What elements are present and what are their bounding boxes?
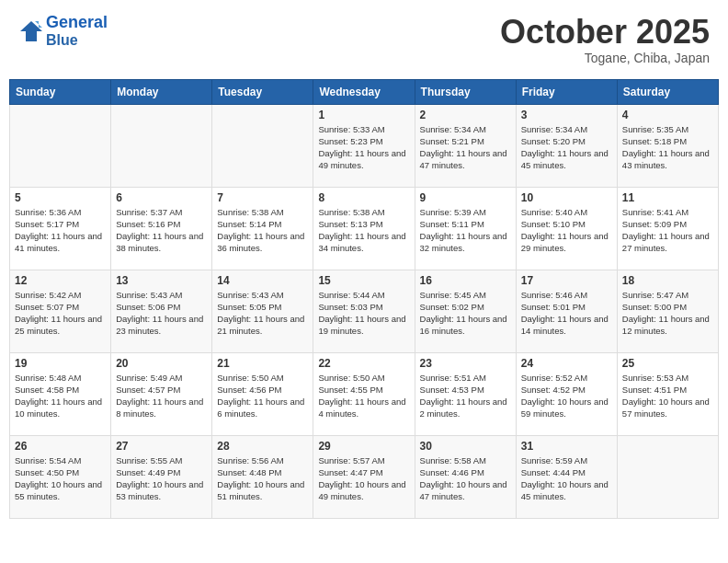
day-number: 26 <box>15 440 106 453</box>
day-number: 2 <box>420 109 511 121</box>
calendar-cell <box>617 435 718 518</box>
month-title: October 2025 <box>500 14 710 51</box>
day-number: 16 <box>420 274 511 287</box>
day-number: 15 <box>318 274 409 287</box>
calendar-cell: 26Sunrise: 5:54 AMSunset: 4:50 PMDayligh… <box>10 435 111 518</box>
page-header: General Blue October 2025 Togane, Chiba,… <box>9 9 719 70</box>
day-info: Sunrise: 5:36 AMSunset: 5:17 PMDaylight:… <box>15 206 106 255</box>
calendar-cell: 11Sunrise: 5:41 AMSunset: 5:09 PMDayligh… <box>617 187 718 270</box>
title-area: October 2025 Togane, Chiba, Japan <box>500 14 710 65</box>
day-info: Sunrise: 5:58 AMSunset: 4:46 PMDaylight:… <box>420 454 511 503</box>
day-info: Sunrise: 5:34 AMSunset: 5:20 PMDaylight:… <box>521 123 612 172</box>
calendar-cell: 30Sunrise: 5:58 AMSunset: 4:46 PMDayligh… <box>415 435 516 518</box>
day-number: 20 <box>116 357 207 370</box>
day-info: Sunrise: 5:59 AMSunset: 4:44 PMDaylight:… <box>521 454 612 503</box>
day-number: 3 <box>521 109 612 121</box>
day-info: Sunrise: 5:57 AMSunset: 4:47 PMDaylight:… <box>318 454 409 503</box>
day-info: Sunrise: 5:54 AMSunset: 4:50 PMDaylight:… <box>15 454 106 503</box>
week-row-1: 1Sunrise: 5:33 AMSunset: 5:23 PMDaylight… <box>10 104 719 187</box>
day-number: 6 <box>116 191 207 204</box>
weekday-header-row: SundayMondayTuesdayWednesdayThursdayFrid… <box>10 79 719 104</box>
day-number: 17 <box>521 274 612 287</box>
weekday-tuesday: Tuesday <box>212 79 313 104</box>
weekday-monday: Monday <box>111 79 212 104</box>
day-number: 28 <box>217 440 308 453</box>
calendar-cell: 12Sunrise: 5:42 AMSunset: 5:07 PMDayligh… <box>10 270 111 352</box>
calendar-cell: 25Sunrise: 5:53 AMSunset: 4:51 PMDayligh… <box>617 352 718 435</box>
logo-blue: Blue <box>46 32 108 49</box>
day-info: Sunrise: 5:34 AMSunset: 5:21 PMDaylight:… <box>420 123 511 172</box>
day-number: 7 <box>217 191 308 204</box>
calendar-cell: 14Sunrise: 5:43 AMSunset: 5:05 PMDayligh… <box>212 270 313 352</box>
calendar-cell: 19Sunrise: 5:48 AMSunset: 4:58 PMDayligh… <box>10 352 111 435</box>
calendar-body: 1Sunrise: 5:33 AMSunset: 5:23 PMDaylight… <box>10 104 719 518</box>
calendar-cell: 23Sunrise: 5:51 AMSunset: 4:53 PMDayligh… <box>415 352 516 435</box>
weekday-sunday: Sunday <box>10 79 111 104</box>
day-info: Sunrise: 5:35 AMSunset: 5:18 PMDaylight:… <box>622 123 713 172</box>
day-info: Sunrise: 5:48 AMSunset: 4:58 PMDaylight:… <box>15 372 106 420</box>
day-number: 29 <box>318 440 409 453</box>
day-number: 9 <box>420 191 511 204</box>
calendar-cell: 8Sunrise: 5:38 AMSunset: 5:13 PMDaylight… <box>313 187 415 270</box>
day-info: Sunrise: 5:38 AMSunset: 5:13 PMDaylight:… <box>318 206 409 255</box>
day-number: 8 <box>318 191 409 204</box>
weekday-wednesday: Wednesday <box>313 79 415 104</box>
day-number: 23 <box>420 357 511 370</box>
calendar-cell: 31Sunrise: 5:59 AMSunset: 4:44 PMDayligh… <box>516 435 617 518</box>
calendar-cell: 18Sunrise: 5:47 AMSunset: 5:00 PMDayligh… <box>617 270 718 352</box>
calendar-cell: 2Sunrise: 5:34 AMSunset: 5:21 PMDaylight… <box>415 104 516 187</box>
weekday-thursday: Thursday <box>415 79 516 104</box>
calendar-cell: 20Sunrise: 5:49 AMSunset: 4:57 PMDayligh… <box>111 352 212 435</box>
calendar-cell: 16Sunrise: 5:45 AMSunset: 5:02 PMDayligh… <box>415 270 516 352</box>
logo-icon <box>18 18 44 44</box>
day-number: 18 <box>622 274 713 287</box>
calendar-cell <box>10 104 111 187</box>
calendar-cell: 6Sunrise: 5:37 AMSunset: 5:16 PMDaylight… <box>111 187 212 270</box>
day-number: 11 <box>622 191 713 204</box>
day-info: Sunrise: 5:49 AMSunset: 4:57 PMDaylight:… <box>116 372 207 420</box>
day-number: 30 <box>420 440 511 453</box>
calendar-cell: 1Sunrise: 5:33 AMSunset: 5:23 PMDaylight… <box>313 104 415 187</box>
logo-text: General Blue <box>46 14 108 48</box>
logo-general: General <box>46 13 108 31</box>
day-info: Sunrise: 5:52 AMSunset: 4:52 PMDaylight:… <box>521 372 612 420</box>
day-number: 22 <box>318 357 409 370</box>
calendar-cell: 27Sunrise: 5:55 AMSunset: 4:49 PMDayligh… <box>111 435 212 518</box>
day-info: Sunrise: 5:37 AMSunset: 5:16 PMDaylight:… <box>116 206 207 255</box>
day-number: 27 <box>116 440 207 453</box>
day-info: Sunrise: 5:45 AMSunset: 5:02 PMDaylight:… <box>420 289 511 338</box>
day-info: Sunrise: 5:56 AMSunset: 4:48 PMDaylight:… <box>217 454 308 503</box>
week-row-3: 12Sunrise: 5:42 AMSunset: 5:07 PMDayligh… <box>10 270 719 352</box>
weekday-saturday: Saturday <box>617 79 718 104</box>
day-info: Sunrise: 5:51 AMSunset: 4:53 PMDaylight:… <box>420 372 511 420</box>
calendar-cell: 9Sunrise: 5:39 AMSunset: 5:11 PMDaylight… <box>415 187 516 270</box>
day-number: 12 <box>15 274 106 287</box>
day-info: Sunrise: 5:50 AMSunset: 4:56 PMDaylight:… <box>217 372 308 420</box>
calendar-cell <box>212 104 313 187</box>
calendar-cell: 29Sunrise: 5:57 AMSunset: 4:47 PMDayligh… <box>313 435 415 518</box>
day-info: Sunrise: 5:41 AMSunset: 5:09 PMDaylight:… <box>622 206 713 255</box>
calendar-cell: 24Sunrise: 5:52 AMSunset: 4:52 PMDayligh… <box>516 352 617 435</box>
day-info: Sunrise: 5:47 AMSunset: 5:00 PMDaylight:… <box>622 289 713 338</box>
day-info: Sunrise: 5:46 AMSunset: 5:01 PMDaylight:… <box>521 289 612 338</box>
logo: General Blue <box>18 14 108 48</box>
day-number: 14 <box>217 274 308 287</box>
calendar-cell: 21Sunrise: 5:50 AMSunset: 4:56 PMDayligh… <box>212 352 313 435</box>
calendar-cell: 5Sunrise: 5:36 AMSunset: 5:17 PMDaylight… <box>10 187 111 270</box>
week-row-4: 19Sunrise: 5:48 AMSunset: 4:58 PMDayligh… <box>10 352 719 435</box>
day-number: 21 <box>217 357 308 370</box>
day-number: 31 <box>521 440 612 453</box>
day-number: 13 <box>116 274 207 287</box>
calendar-cell: 17Sunrise: 5:46 AMSunset: 5:01 PMDayligh… <box>516 270 617 352</box>
calendar-cell: 15Sunrise: 5:44 AMSunset: 5:03 PMDayligh… <box>313 270 415 352</box>
day-number: 1 <box>318 109 409 121</box>
day-info: Sunrise: 5:42 AMSunset: 5:07 PMDaylight:… <box>15 289 106 338</box>
day-number: 25 <box>622 357 713 370</box>
calendar-cell: 10Sunrise: 5:40 AMSunset: 5:10 PMDayligh… <box>516 187 617 270</box>
calendar-cell <box>111 104 212 187</box>
day-info: Sunrise: 5:50 AMSunset: 4:55 PMDaylight:… <box>318 372 409 420</box>
day-info: Sunrise: 5:40 AMSunset: 5:10 PMDaylight:… <box>521 206 612 255</box>
calendar-table: SundayMondayTuesdayWednesdayThursdayFrid… <box>9 79 719 519</box>
day-info: Sunrise: 5:43 AMSunset: 5:05 PMDaylight:… <box>217 289 308 338</box>
calendar-cell: 13Sunrise: 5:43 AMSunset: 5:06 PMDayligh… <box>111 270 212 352</box>
